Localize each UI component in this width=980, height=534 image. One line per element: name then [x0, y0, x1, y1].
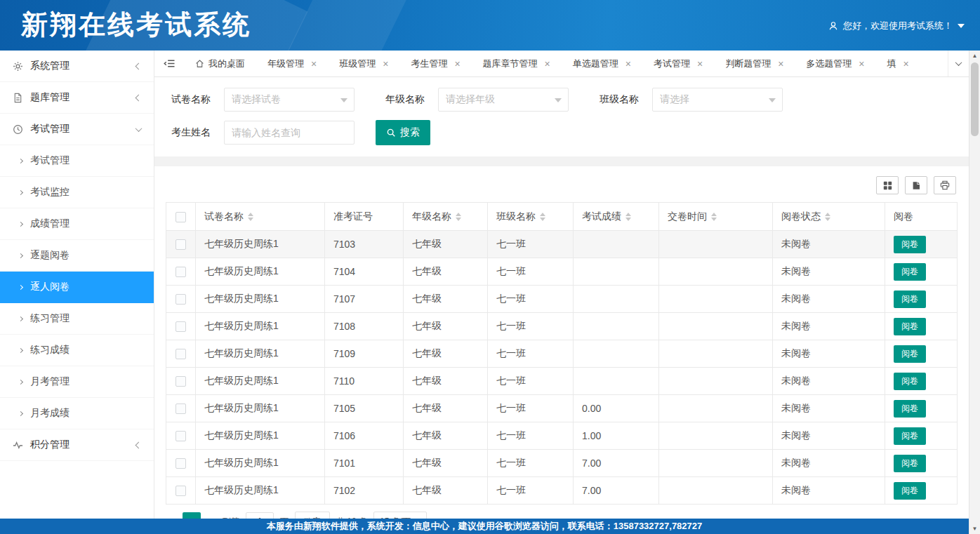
- sidebar-subitem-2-2[interactable]: 成绩管理: [0, 208, 154, 240]
- app-title: 新翔在线考试系统: [21, 7, 251, 43]
- row-checkbox[interactable]: [176, 321, 186, 332]
- export-button[interactable]: [905, 176, 927, 194]
- goto-page-input[interactable]: [246, 512, 274, 519]
- tab-3[interactable]: 考生管理×: [399, 51, 471, 76]
- grade-name-label: 年级名称: [385, 93, 429, 106]
- prev-page-button[interactable]: [167, 514, 176, 519]
- tab-close-icon[interactable]: ×: [625, 59, 631, 69]
- review-button[interactable]: 阅卷: [894, 318, 926, 335]
- cell-submit_time: [659, 286, 773, 313]
- sidebar-subitem-2-8[interactable]: 月考成绩: [0, 398, 154, 429]
- tab-label: 考生管理: [411, 58, 447, 70]
- sort-icon[interactable]: [625, 213, 631, 221]
- row-checkbox-cell: [166, 395, 196, 422]
- column-header-submit_time: 交卷时间: [659, 203, 773, 231]
- page-number-current[interactable]: 1: [183, 512, 201, 519]
- sidebar-subitem-2-6[interactable]: 练习成绩: [0, 335, 154, 366]
- sidebar-subitem-2-3[interactable]: 逐题阅卷: [0, 240, 154, 272]
- sidebar-subitem-2-7[interactable]: 月考管理: [0, 366, 154, 398]
- column-label: 考试成绩: [582, 211, 621, 223]
- tab-close-icon[interactable]: ×: [383, 59, 388, 69]
- review-button[interactable]: 阅卷: [894, 373, 926, 390]
- review-button[interactable]: 阅卷: [894, 400, 926, 418]
- column-header-inner: 准考证号: [333, 211, 373, 223]
- scrollbar-track[interactable]: [969, 61, 980, 523]
- tab-close-icon[interactable]: ×: [697, 59, 703, 69]
- sort-icon[interactable]: [456, 213, 461, 221]
- tab-close-icon[interactable]: ×: [454, 59, 460, 69]
- review-button[interactable]: 阅卷: [894, 482, 926, 500]
- row-checkbox[interactable]: [176, 349, 186, 359]
- tab-7[interactable]: 判断题管理×: [714, 51, 795, 76]
- sidebar-subitem-2-0[interactable]: 考试管理: [0, 145, 154, 177]
- grade-select[interactable]: 请选择年级: [438, 88, 569, 112]
- tab-1[interactable]: 年级管理×: [256, 51, 328, 76]
- tab-9[interactable]: 填×: [876, 51, 920, 76]
- vertical-scrollbar[interactable]: ▲ ▼: [969, 51, 980, 534]
- student-name-input[interactable]: [224, 121, 355, 145]
- select-all-checkbox[interactable]: [176, 212, 186, 222]
- tab-0[interactable]: 我的桌面: [184, 51, 256, 76]
- sidebar-item-1[interactable]: 题库管理: [0, 82, 154, 114]
- sidebar-item-3[interactable]: 积分管理: [0, 429, 154, 461]
- tab-close-icon[interactable]: ×: [778, 59, 783, 69]
- tab-2[interactable]: 班级管理×: [328, 51, 399, 76]
- footer-bar: 本服务由新翔软件提供，系统开发：信息中心，建议使用谷歌浏览器访问，联系电话：13…: [0, 519, 969, 534]
- document-icon: [13, 93, 23, 103]
- row-checkbox[interactable]: [176, 239, 186, 250]
- row-checkbox[interactable]: [176, 267, 186, 277]
- tab-dropdown-button[interactable]: [948, 51, 969, 76]
- row-checkbox[interactable]: [176, 294, 186, 305]
- columns-grid-button[interactable]: [876, 176, 899, 194]
- user-menu[interactable]: 您好，欢迎使用考试系统！: [828, 20, 965, 32]
- cell-grade: 七年级: [404, 313, 488, 340]
- collapse-sidebar-button[interactable]: [154, 51, 184, 76]
- class-select[interactable]: 请选择: [652, 88, 783, 112]
- scrollbar-up-arrow[interactable]: ▲: [969, 51, 980, 61]
- review-button[interactable]: 阅卷: [894, 455, 926, 472]
- tab-6[interactable]: 考试管理×: [642, 51, 714, 76]
- review-button[interactable]: 阅卷: [894, 291, 926, 308]
- column-label: 试卷名称: [204, 211, 244, 223]
- sidebar-item-2[interactable]: 考试管理: [0, 114, 154, 145]
- sidebar-subitem-2-4[interactable]: 逐人阅卷: [0, 272, 154, 303]
- review-button[interactable]: 阅卷: [894, 263, 926, 281]
- sort-icon[interactable]: [711, 213, 717, 221]
- next-page-button[interactable]: [207, 514, 216, 519]
- sidebar: 系统管理题库管理考试管理考试管理考试监控成绩管理逐题阅卷逐人阅卷练习管理练习成绩…: [0, 51, 154, 519]
- sidebar-subitem-2-5[interactable]: 练习管理: [0, 303, 154, 335]
- scrollbar-thumb[interactable]: [971, 62, 979, 136]
- sort-icon[interactable]: [248, 213, 253, 221]
- sort-icon[interactable]: [825, 213, 830, 221]
- search-button[interactable]: 搜索: [376, 120, 430, 145]
- row-checkbox[interactable]: [176, 431, 186, 441]
- tab-4[interactable]: 题库章节管理×: [472, 51, 562, 76]
- review-button[interactable]: 阅卷: [894, 345, 926, 363]
- tab-close-icon[interactable]: ×: [311, 59, 317, 69]
- exam-select[interactable]: 请选择试卷: [224, 88, 355, 112]
- print-icon: [940, 180, 950, 190]
- scrollbar-down-arrow[interactable]: ▼: [969, 523, 980, 534]
- table-row: 七年级历史周练17110七年级七一班未阅卷阅卷: [166, 368, 958, 395]
- sidebar-item-0[interactable]: 系统管理: [0, 51, 154, 82]
- review-button[interactable]: 阅卷: [894, 236, 926, 253]
- tab-close-icon[interactable]: ×: [859, 59, 864, 69]
- review-button[interactable]: 阅卷: [894, 427, 926, 445]
- row-checkbox[interactable]: [176, 458, 186, 469]
- tab-8[interactable]: 多选题管理×: [795, 51, 875, 76]
- page-size-select[interactable]: 15 条/页: [373, 512, 427, 519]
- tab-close-icon[interactable]: ×: [903, 59, 909, 69]
- confirm-page-button[interactable]: 确定: [295, 512, 330, 519]
- row-checkbox[interactable]: [176, 403, 186, 414]
- print-button[interactable]: [934, 176, 956, 194]
- sort-icon[interactable]: [540, 213, 545, 221]
- tab-close-icon[interactable]: ×: [545, 59, 550, 69]
- row-checkbox[interactable]: [176, 376, 186, 387]
- row-checkbox[interactable]: [176, 486, 186, 496]
- cell-exam_name: 七年级历史周练1: [196, 477, 325, 505]
- cell-grade: 七年级: [404, 422, 488, 450]
- sidebar-subitem-2-1[interactable]: 考试监控: [0, 177, 154, 208]
- tab-5[interactable]: 单选题管理×: [562, 51, 642, 76]
- class-select-value: 请选择: [660, 93, 689, 106]
- cell-status: 未阅卷: [773, 368, 885, 395]
